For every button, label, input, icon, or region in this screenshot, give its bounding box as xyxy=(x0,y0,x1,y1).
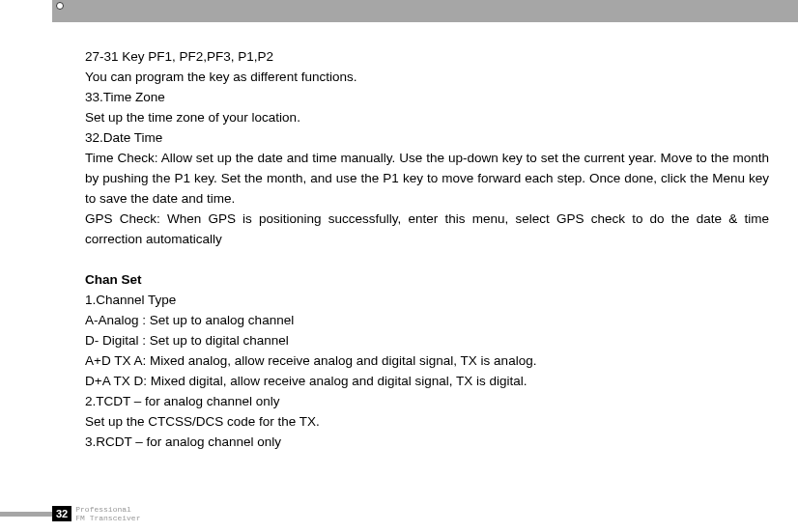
body-line: A-Analog : Set up to analog channel xyxy=(85,310,769,330)
body-line: 32.Date Time xyxy=(85,127,769,148)
section-heading: Chan Set xyxy=(85,269,769,290)
bullet-marker xyxy=(56,2,64,10)
footer-line2: FM Transceiver xyxy=(75,514,140,522)
header-bar xyxy=(52,0,798,22)
footer-text: Professional FM Transceiver xyxy=(75,505,140,522)
body-line: 27-31 Key PF1, PF2,PF3, P1,P2 xyxy=(85,46,769,67)
footer-line1: Professional xyxy=(75,505,140,514)
body-line: Set up the CTCSS/DCS code for the TX. xyxy=(85,411,769,432)
body-line: You can program the key as different fun… xyxy=(85,67,769,87)
body-paragraph: Time Check: Allow set up the date and ti… xyxy=(85,148,769,209)
body-line: D- Digital : Set up to digital channel xyxy=(85,330,769,350)
page-footer: 32 Professional FM Transceiver xyxy=(0,506,140,521)
footer-bar xyxy=(0,512,52,517)
body-line: Set up the time zone of your location. xyxy=(85,107,769,127)
body-line: 2.TCDT – for analog channel only xyxy=(85,391,769,411)
page-number: 32 xyxy=(52,506,71,521)
body-line: 33.Time Zone xyxy=(85,87,769,107)
body-paragraph: GPS Check: When GPS is positioning succe… xyxy=(85,209,769,249)
body-line: A+D TX A: Mixed analog, allow receive an… xyxy=(85,350,769,371)
body-line: 3.RCDT – for analog channel only xyxy=(85,432,769,452)
blank-line xyxy=(85,249,769,269)
body-line: D+A TX D: Mixed digital, allow receive a… xyxy=(85,371,769,391)
body-line: 1.Channel Type xyxy=(85,290,769,310)
document-body: 27-31 Key PF1, PF2,PF3, P1,P2 You can pr… xyxy=(85,46,769,452)
